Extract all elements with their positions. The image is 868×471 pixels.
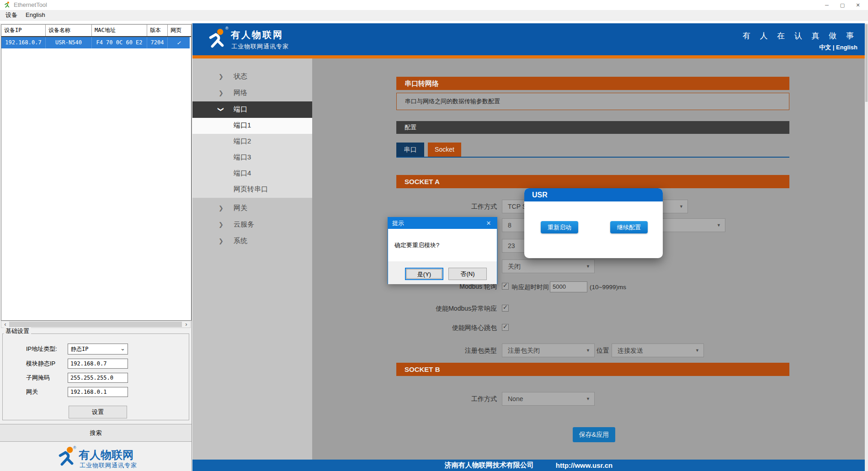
tab-underline: [396, 157, 789, 158]
check-icon: ✓: [503, 282, 508, 289]
menubar: 设备 English: [0, 10, 868, 21]
chevron-right-icon: ❯: [218, 205, 224, 212]
prompt-dialog-titlebar: 提示 ✕: [388, 217, 497, 229]
position-select[interactable]: 连接发送 ▼: [612, 344, 704, 357]
maximize-button[interactable]: ▢: [835, 0, 850, 10]
lang-separator: |: [831, 44, 836, 51]
search-button[interactable]: 搜索: [0, 424, 192, 442]
vscroll-thumb[interactable]: [865, 24, 868, 102]
cell-device-ip: 192.168.0.7: [1, 37, 46, 48]
subnet-mask-field[interactable]: 255.255.255.0: [68, 373, 128, 383]
save-apply-button[interactable]: 保存&应用: [573, 427, 615, 442]
regpkt-label: 注册包类型: [415, 344, 497, 357]
gateway-label: 网关: [26, 388, 38, 396]
gateway-field[interactable]: 192.168.0.1: [68, 387, 128, 397]
dropdown-arrow-icon: ▼: [586, 392, 590, 405]
footer-url-link[interactable]: http://www.usr.cn: [556, 461, 612, 469]
regpkt-select[interactable]: 注册包关闭 ▼: [502, 344, 595, 357]
language-switch: 中文 | English: [819, 43, 857, 52]
nav-item-port3[interactable]: 端口3: [192, 150, 312, 166]
set-button[interactable]: 设置: [69, 406, 127, 418]
nav-item-port2[interactable]: 端口2: [192, 134, 312, 150]
restart-button[interactable]: 重新启动: [541, 221, 578, 233]
col-version: 版本: [147, 25, 168, 36]
timeout-input[interactable]: 5000: [550, 281, 587, 292]
cell-mac: F4 70 0C 60 E2 C3: [92, 37, 147, 48]
page-title: 串口转网络: [396, 77, 789, 90]
socket-b-work-mode-select[interactable]: None ▼: [502, 392, 595, 406]
registered-mark: ®: [73, 445, 76, 450]
table-row[interactable]: 192.168.0.7 USR-N540 F4 70 0C 60 E2 C3 7…: [1, 37, 191, 48]
window-title: EthernetTool: [14, 0, 47, 10]
static-ip-label: 模块静态IP: [26, 360, 55, 367]
scroll-right-icon[interactable]: ›: [182, 321, 190, 328]
nav-item-system[interactable]: ❯ 系统: [192, 233, 312, 249]
timeout-label: 响应超时时间: [512, 283, 549, 292]
lang-en[interactable]: English: [836, 44, 857, 51]
socket-a-closed-select[interactable]: 关闭 ▼: [502, 259, 595, 273]
config-section-bar: 配置: [396, 121, 789, 134]
nav-item-port1[interactable]: 端口1: [192, 118, 312, 134]
heartbeat-label: 使能网络心跳包: [392, 323, 497, 332]
modbus-exception-checkbox[interactable]: ✓: [502, 305, 509, 312]
footer-company: 济南有人物联网技术有限公司: [445, 461, 534, 470]
nav-item-web2serial[interactable]: 网页转串口: [192, 182, 312, 198]
usr-dialog: USR 重新启动 继续配置: [524, 188, 663, 258]
nav-item-network[interactable]: ❯ 网络: [192, 85, 312, 101]
menu-device[interactable]: 设备: [3, 10, 20, 20]
tab-serial[interactable]: 串口: [396, 143, 424, 157]
tab-socket[interactable]: Socket: [428, 143, 461, 157]
lang-zh[interactable]: 中文: [819, 44, 831, 51]
nav-item-port[interactable]: ❯ 端口: [192, 101, 312, 118]
left-logo-slogan: 工业物联网通讯专家: [80, 461, 137, 470]
modbus-exception-label: 使能Modbus异常响应: [392, 304, 497, 313]
header-slogan: 工业物联网通讯专家: [231, 42, 289, 51]
heartbeat-checkbox[interactable]: ✓: [502, 324, 509, 331]
position-label: 位置: [596, 344, 610, 357]
yes-button[interactable]: 是(Y): [405, 268, 443, 280]
work-mode-label: 工作方式: [415, 200, 497, 213]
modbus-poll-checkbox[interactable]: ✓: [502, 283, 509, 290]
prompt-dialog: 提示 ✕ 确定要重启模块? 是(Y) 否(N): [388, 217, 497, 284]
dropdown-arrow-icon: ▼: [695, 344, 699, 357]
prompt-dialog-title: 提示: [392, 217, 404, 229]
socket-b-work-mode-label: 工作方式: [415, 392, 497, 406]
web-vscrollbar[interactable]: [865, 23, 868, 471]
dropdown-arrow-icon: ▼: [717, 219, 721, 232]
usr-dialog-titlebar: USR: [524, 188, 663, 201]
chevron-right-icon: ❯: [218, 73, 224, 80]
prompt-message: 确定要重启模块?: [394, 241, 439, 249]
combo-caret-icon: ⌄: [120, 344, 125, 353]
minimize-button[interactable]: ─: [819, 0, 835, 10]
chevron-down-icon: ❯: [218, 107, 224, 112]
nav-item-port4[interactable]: 端口4: [192, 166, 312, 182]
window-titlebar: EthernetTool ─ ▢ ✕: [0, 0, 868, 10]
menu-english[interactable]: English: [23, 10, 48, 20]
close-button[interactable]: ✕: [850, 0, 866, 10]
basic-settings-title: 基础设置: [4, 327, 31, 335]
usr-logo-icon: [207, 27, 228, 51]
col-mac: MAC地址: [92, 25, 147, 36]
web-link-icon[interactable]: ✓: [168, 37, 190, 48]
nav-item-status[interactable]: ❯ 状态: [192, 69, 312, 85]
dialog-close-icon[interactable]: ✕: [484, 217, 493, 229]
col-device-name: 设备名称: [46, 25, 92, 36]
registered-mark: ®: [225, 26, 229, 31]
scroll-left-icon[interactable]: ‹: [1, 321, 9, 328]
check-icon: ✓: [503, 323, 508, 330]
device-table: 设备IP 设备名称 MAC地址 版本 网页 192.168.0.7 USR-N5…: [1, 24, 192, 321]
hscroll-thumb[interactable]: [9, 322, 182, 327]
chevron-right-icon: ❯: [218, 90, 224, 96]
nav-item-gateway[interactable]: ❯ 网关: [192, 200, 312, 217]
dropdown-arrow-icon: ▼: [679, 200, 683, 213]
ip-type-select[interactable]: 静态IP ⌄: [68, 344, 128, 355]
continue-config-button[interactable]: 继续配置: [610, 221, 648, 233]
ip-type-label: IP地址类型:: [26, 345, 57, 353]
page-description: 串口与网络之间的数据传输参数配置: [396, 93, 789, 110]
col-device-ip: 设备IP: [1, 25, 46, 36]
subnet-mask-label: 子网掩码: [26, 374, 50, 381]
no-button[interactable]: 否(N): [448, 268, 487, 280]
nav-item-cloud[interactable]: ❯ 云服务: [192, 217, 312, 233]
static-ip-field[interactable]: 192.168.0.7: [68, 359, 128, 369]
check-icon: ✓: [503, 304, 508, 311]
